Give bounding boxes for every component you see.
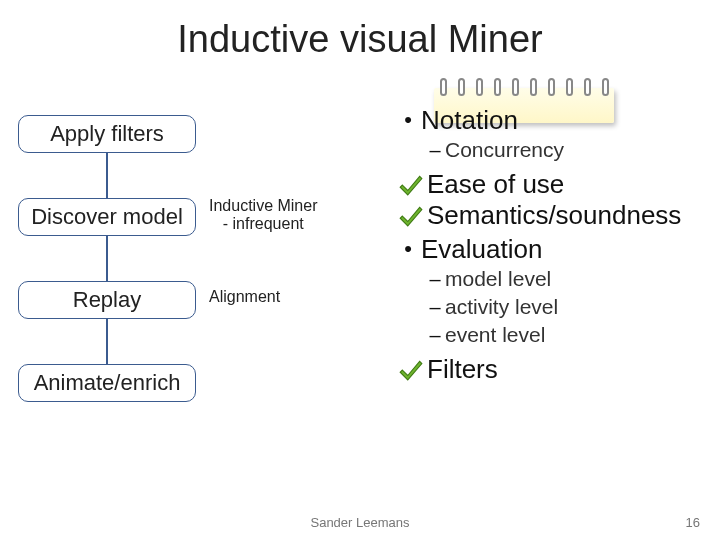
slide-title: Inductive visual Miner (0, 0, 720, 61)
bullet-label: Ease of use (427, 169, 564, 199)
sub-bullet: – activity level (395, 294, 711, 320)
sub-bullet: – Concurrency (395, 137, 711, 163)
flow-annotation: Inductive Miner - infrequent (209, 197, 318, 234)
sub-bullet-label: activity level (445, 294, 711, 320)
bullet-label: Semantics/soundness (427, 200, 681, 230)
bullet-semantics: Semantics/soundness (395, 200, 711, 230)
sub-bullet: – model level (395, 266, 711, 292)
flow-step-animate-enrich: Animate/enrich (18, 364, 196, 402)
flow-connector (106, 319, 108, 364)
footer-page-number: 16 (686, 515, 700, 530)
sub-bullet-label: Concurrency (445, 137, 711, 163)
dash-icon: – (425, 294, 445, 320)
footer-author: Sander Leemans (0, 515, 720, 530)
flow-connector (106, 153, 108, 198)
sub-bullet-label: event level (445, 322, 711, 348)
flow-connector (106, 236, 108, 281)
bullet-dot-icon: • (395, 105, 421, 135)
check-icon (395, 201, 427, 229)
check-icon (395, 170, 427, 198)
bullet-label: Evaluation (421, 234, 711, 264)
flow-step-label: Apply filters (50, 121, 164, 146)
dash-icon: – (425, 266, 445, 292)
flow-step-label: Animate/enrich (34, 370, 181, 395)
bullet-dot-icon: • (395, 234, 421, 264)
dash-icon: – (425, 322, 445, 348)
bullet-filters: Filters (395, 354, 711, 384)
dash-icon: – (425, 137, 445, 163)
flow-annotation: Alignment (209, 288, 280, 306)
bullet-label: Notation (421, 105, 711, 135)
bullet-label: Filters (427, 354, 498, 384)
bullet-evaluation: • Evaluation (395, 234, 711, 264)
flow-step-discover-model: Discover model Inductive Miner - infrequ… (18, 198, 196, 236)
check-icon (395, 355, 427, 383)
flow-diagram: Apply filters Discover model Inductive M… (18, 115, 388, 402)
bullet-list: • Notation – Concurrency Ease of use Sem… (395, 105, 711, 385)
bullet-notation: • Notation (395, 105, 711, 135)
flow-step-label: Replay (73, 287, 141, 312)
flow-step-label: Discover model (31, 204, 183, 229)
bullet-ease-of-use: Ease of use (395, 169, 711, 199)
flow-step-replay: Replay Alignment (18, 281, 196, 319)
flow-step-apply-filters: Apply filters (18, 115, 196, 153)
sub-bullet: – event level (395, 322, 711, 348)
sub-bullet-label: model level (445, 266, 711, 292)
